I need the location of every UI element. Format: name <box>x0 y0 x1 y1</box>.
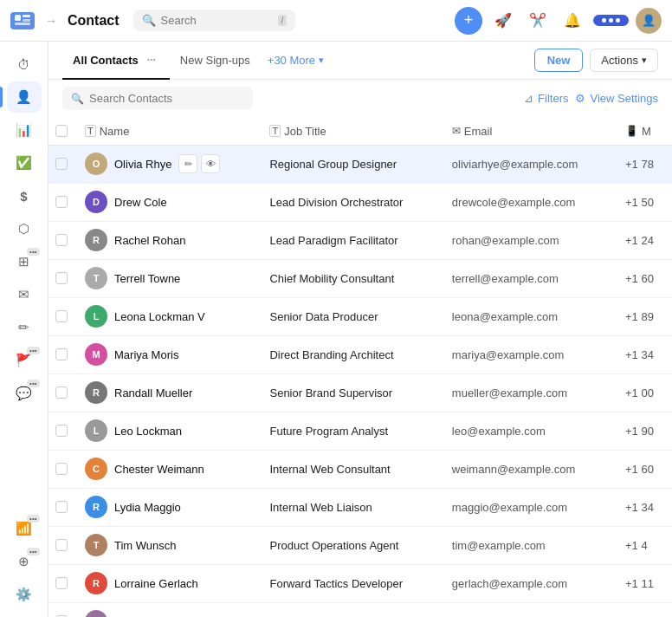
contact-avatar: L <box>85 305 107 328</box>
col-header-phone[interactable]: 📱 M <box>617 117 672 145</box>
contacts-search-bar[interactable]: 🔍 <box>62 87 253 110</box>
contact-cell: D Drew Cole <box>85 191 252 213</box>
sidebar-item-chart[interactable]: 📊 <box>7 114 42 146</box>
contact-avatar: T <box>85 267 107 289</box>
sidebar-item-check[interactable]: ✅ <box>7 147 42 179</box>
row-checkbox[interactable] <box>55 234 68 246</box>
row-checkbox[interactable] <box>55 310 68 322</box>
table-row[interactable]: R Lydia Maggio Internal Web Liaisonmaggi… <box>48 488 672 526</box>
table-row[interactable]: T Terrell Towne Chief Mobility Consultan… <box>48 259 672 297</box>
row-name-cell: E Erick Johns <box>76 602 261 617</box>
row-checkbox[interactable] <box>55 158 68 170</box>
contacts-search-input[interactable] <box>89 92 244 105</box>
table-row[interactable]: M Mariya Moris Direct Branding Architect… <box>48 335 672 373</box>
pill-icon-btn[interactable] <box>593 15 629 26</box>
global-search-input[interactable] <box>161 14 273 27</box>
tab-new-signups[interactable]: New Sign-ups <box>170 42 261 80</box>
sidebar-item-tag[interactable]: 🚩 ••• <box>7 345 42 376</box>
row-checkbox[interactable] <box>55 501 68 513</box>
home-icon: ⏱ <box>17 57 30 72</box>
table-row[interactable]: C Chester Weimann Internal Web Consultan… <box>48 450 672 488</box>
add-button[interactable]: + <box>455 7 482 35</box>
sidebar-item-bar[interactable]: 📶 ••• <box>7 513 42 544</box>
row-name-cell: L Leona Lockman V <box>76 297 261 335</box>
row-actions: ✏ 👁 <box>178 154 220 173</box>
table-row[interactable]: T Tim Wunsch Product Operations Agenttim… <box>48 526 672 564</box>
view-settings-button[interactable]: ⚙ View Settings <box>575 92 658 105</box>
tab-all-contacts-menu[interactable]: ··· <box>144 52 159 68</box>
bell-icon-btn[interactable]: 🔔 <box>559 7 586 35</box>
contact-avatar: R <box>85 496 107 518</box>
table-row[interactable]: D Drew Cole Lead Division Orchestratordr… <box>48 183 672 221</box>
tab-more-button[interactable]: +30 More ▾ <box>261 42 331 80</box>
sidebar-item-grid[interactable]: ⊞ ••• <box>7 246 42 277</box>
table-row[interactable]: R Rachel Rohan Lead Paradigm Facilitator… <box>48 221 672 259</box>
nav-logo[interactable] <box>10 12 35 29</box>
table-row[interactable]: L Leona Lockman V Senior Data Producerle… <box>48 297 672 335</box>
sidebar-item-plus[interactable]: ⊕ ••• <box>7 546 42 577</box>
table-header-row: T Name T Job Title ✉ <box>48 117 672 145</box>
scissors-icon-btn[interactable]: ✂️ <box>524 7 552 35</box>
sidebar-item-chat[interactable]: 💬 ••• <box>7 378 42 409</box>
user-avatar[interactable]: 👤 <box>636 8 662 34</box>
contact-name: Drew Cole <box>114 196 167 209</box>
view-row-button[interactable]: 👁 <box>201 154 220 173</box>
chat-icon: 💬 <box>16 386 32 401</box>
row-checkbox[interactable] <box>55 348 68 360</box>
row-checkbox[interactable] <box>55 272 68 284</box>
select-all-checkbox[interactable] <box>55 125 68 137</box>
row-checkbox[interactable] <box>55 577 68 589</box>
tab-all-contacts-label: All Contacts <box>73 54 139 67</box>
new-button[interactable]: New <box>534 49 584 72</box>
tab-all-contacts[interactable]: All Contacts ··· <box>62 42 170 80</box>
contact-name: Terrell Towne <box>114 272 180 285</box>
chevron-down-icon: ▾ <box>319 55 324 66</box>
sidebar-item-home[interactable]: ⏱ <box>7 49 42 80</box>
global-search[interactable]: 🔍 / <box>133 10 296 31</box>
contact-cell: R Lorraine Gerlach <box>85 572 252 594</box>
row-email-cell: rohan@example.com <box>443 221 617 259</box>
sidebar-item-settings[interactable]: ⚙️ <box>7 579 42 610</box>
pencil-icon: ✏ <box>18 320 29 335</box>
table-row[interactable]: L Leo Lockman Future Program Analystleo@… <box>48 412 672 450</box>
row-checkbox[interactable] <box>55 539 68 551</box>
row-email-cell: drewcole@example.com <box>443 183 617 221</box>
row-checkbox[interactable] <box>55 425 68 437</box>
table-row[interactable]: R Lorraine Gerlach Forward Tactics Devel… <box>48 564 672 602</box>
row-checkbox-cell <box>48 335 76 373</box>
col-header-job-title[interactable]: T Job Title <box>261 117 443 145</box>
grid-icon: ⊞ <box>18 254 29 270</box>
bar-icon: 📶 <box>16 521 32 536</box>
actions-button[interactable]: Actions ▾ <box>590 49 658 72</box>
actions-label: Actions <box>601 54 638 67</box>
filters-button[interactable]: ⊿ Filters <box>524 92 568 105</box>
sidebar-item-cube[interactable]: ⬡ <box>7 213 42 244</box>
row-checkbox-cell <box>48 602 76 617</box>
filters-label: Filters <box>538 92 568 105</box>
row-checkbox[interactable] <box>55 463 68 475</box>
row-checkbox[interactable] <box>55 196 68 208</box>
sidebar-item-pencil[interactable]: ✏ <box>7 312 42 343</box>
row-phone-cell: +1 4 <box>617 526 672 564</box>
row-checkbox-cell <box>48 297 76 335</box>
table-row[interactable]: R Randall Mueller Senior Brand Superviso… <box>48 373 672 412</box>
row-checkbox[interactable] <box>55 386 68 399</box>
edit-row-button[interactable]: ✏ <box>178 154 197 173</box>
row-phone-cell: +1 34 <box>617 488 672 526</box>
rocket-icon-btn[interactable]: 🚀 <box>489 7 517 35</box>
col-header-name[interactable]: T Name <box>76 117 261 145</box>
col-header-checkbox[interactable] <box>48 117 76 145</box>
row-phone-cell: +1 <box>617 602 672 617</box>
col-header-email[interactable]: ✉ Email <box>443 117 617 145</box>
row-checkbox-cell <box>48 373 76 412</box>
contact-avatar: L <box>85 419 107 442</box>
table-row[interactable]: O Olivia Rhye ✏ 👁 Regional Group Designe… <box>48 145 672 183</box>
sidebar-item-mail[interactable]: ✉ <box>7 279 42 310</box>
sidebar-item-dollar[interactable]: $ <box>7 180 42 211</box>
contact-name: Tim Wunsch <box>114 539 177 552</box>
toolbar: 🔍 ⊿ Filters ⚙ View Settings <box>48 80 672 117</box>
sidebar-item-contacts[interactable]: 👤 <box>7 81 42 113</box>
logo-icon <box>10 12 35 29</box>
table-row[interactable]: E Erick Johns Global Markets Technicianj… <box>48 602 672 617</box>
tab-more-label: +30 More <box>268 54 315 67</box>
